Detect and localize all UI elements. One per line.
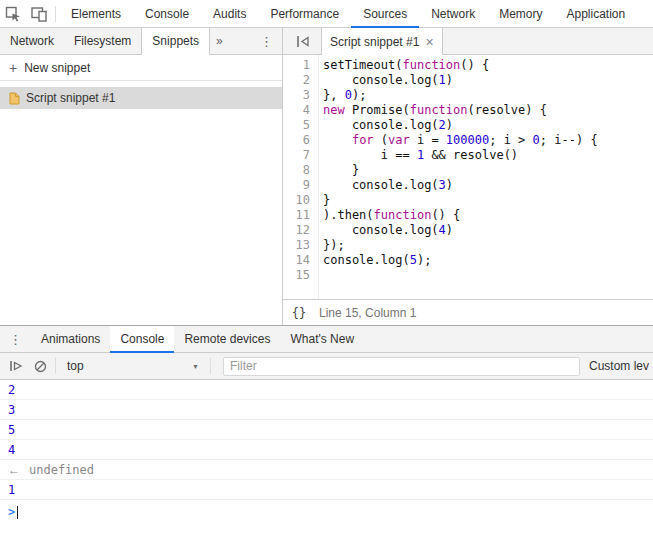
code-line[interactable]: } — [323, 163, 653, 178]
console-prompt[interactable]: > — [0, 500, 653, 521]
plus-icon: + — [9, 60, 17, 76]
console-log-row: 3 — [0, 400, 653, 420]
code-line[interactable]: console.log(4) — [323, 223, 653, 238]
console-message-text: 5 — [8, 423, 15, 437]
code-line[interactable]: console.log(5); — [323, 253, 653, 268]
code-line[interactable]: console.log(2) — [323, 118, 653, 133]
pretty-print-icon[interactable]: {} — [287, 306, 311, 320]
new-snippet-button[interactable]: + New snippet — [0, 55, 282, 81]
code-line[interactable]: console.log(3) — [323, 178, 653, 193]
sources-panel: + New snippet Script snippet #1 12345678… — [0, 55, 653, 325]
code-line[interactable]: i == 1 && resolve() — [323, 148, 653, 163]
clear-console-icon[interactable] — [28, 354, 52, 378]
result-arrow-icon: ← — [8, 463, 20, 477]
code-line[interactable]: console.log(1) — [323, 73, 653, 88]
code-line[interactable]: }, 0); — [323, 88, 653, 103]
line-number: 10 — [283, 193, 310, 208]
code-editor[interactable]: 123456789101112131415 setTimeout(functio… — [283, 55, 653, 299]
toolbar-divider — [210, 358, 211, 374]
drawer-tab-console[interactable]: Console — [110, 326, 174, 353]
drawer-tab-remote-devices[interactable]: Remote devices — [174, 326, 280, 353]
line-number: 5 — [283, 118, 310, 133]
editor-status-bar: {} Line 15, Column 1 — [283, 299, 653, 325]
editor-code[interactable]: setTimeout(function() { console.log(1)},… — [319, 55, 653, 299]
inspect-element-icon[interactable] — [0, 0, 26, 28]
main-tab-network[interactable]: Network — [419, 0, 487, 28]
snippets-navigator: + New snippet Script snippet #1 — [0, 55, 283, 325]
main-tab-audits[interactable]: Audits — [201, 0, 258, 28]
console-message-text: 4 — [8, 443, 15, 457]
drawer-more-options-icon[interactable]: ⋮ — [0, 326, 31, 353]
editor-tab-title: Script snippet #1 — [330, 35, 419, 49]
device-toolbar-icon[interactable] — [26, 0, 52, 28]
main-tabbar: ElementsConsoleAuditsPerformanceSourcesN… — [0, 0, 653, 28]
cursor-position-label: Line 15, Column 1 — [319, 306, 416, 320]
editor-tab-script-snippet[interactable]: Script snippet #1 × — [321, 28, 443, 55]
chevron-down-icon: ▼ — [192, 363, 199, 370]
code-line[interactable]: setTimeout(function() { — [323, 58, 653, 73]
drawer-tabbar: ⋮ AnimationsConsoleRemote devicesWhat's … — [0, 326, 653, 353]
subtab-snippets[interactable]: Snippets — [141, 28, 210, 55]
line-number: 4 — [283, 103, 310, 118]
main-tab-performance[interactable]: Performance — [258, 0, 351, 28]
line-number: 12 — [283, 223, 310, 238]
main-tabs: ElementsConsoleAuditsPerformanceSourcesN… — [59, 0, 637, 28]
line-number: 3 — [283, 88, 310, 103]
editor-tabbar: Script snippet #1 × — [283, 28, 653, 55]
sources-subtabs: NetworkFilesystemSnippets — [0, 28, 210, 55]
console-message-text: 3 — [8, 403, 15, 417]
console-result-row: ←undefined — [0, 460, 653, 480]
main-tab-console[interactable]: Console — [133, 0, 201, 28]
code-line[interactable]: new Promise(function(resolve) { — [323, 103, 653, 118]
code-line[interactable] — [323, 268, 653, 283]
code-line[interactable]: } — [323, 193, 653, 208]
drawer: ⋮ AnimationsConsoleRemote devicesWhat's … — [0, 325, 653, 555]
line-number: 7 — [283, 148, 310, 163]
subtab-filesystem[interactable]: Filesystem — [64, 28, 141, 55]
line-number: 8 — [283, 163, 310, 178]
drawer-tab-animations[interactable]: Animations — [31, 326, 110, 353]
main-tab-elements[interactable]: Elements — [59, 0, 133, 28]
sources-subbar: NetworkFilesystemSnippets » ⋮ Script sni… — [0, 28, 653, 55]
code-line[interactable]: ).then(function() { — [323, 208, 653, 223]
subtab-network[interactable]: Network — [0, 28, 64, 55]
main-tab-sources[interactable]: Sources — [351, 0, 419, 28]
console-message-text: 2 — [8, 383, 15, 397]
editor-gutter: 123456789101112131415 — [283, 55, 319, 299]
context-selector-value: top — [67, 359, 84, 373]
console-message-text: 1 — [8, 483, 15, 497]
line-number: 11 — [283, 208, 310, 223]
toolbar-divider — [55, 6, 56, 22]
devtools-window: ElementsConsoleAuditsPerformanceSourcesN… — [0, 0, 653, 555]
snippet-name: Script snippet #1 — [26, 91, 115, 105]
toggle-navigator-sidebar-icon[interactable] — [291, 30, 315, 54]
snippet-file-icon — [9, 92, 20, 105]
navigator-more-options-icon[interactable]: ⋮ — [251, 28, 282, 55]
console-output[interactable]: 2354←undefined1> — [0, 380, 653, 555]
close-tab-icon[interactable]: × — [425, 35, 433, 49]
custom-levels-dropdown[interactable]: Custom lev — [589, 359, 649, 373]
text-caret — [17, 506, 18, 519]
line-number: 9 — [283, 178, 310, 193]
execution-context-selector[interactable]: top ▼ — [59, 359, 207, 373]
code-line[interactable]: for (var i = 100000; i > 0; i--) { — [323, 133, 653, 148]
navigator-tabbar: NetworkFilesystemSnippets » ⋮ — [0, 28, 283, 55]
show-console-sidebar-icon[interactable] — [4, 354, 28, 378]
line-number: 13 — [283, 238, 310, 253]
drawer-tab-what-s-new[interactable]: What's New — [280, 326, 364, 353]
line-number: 6 — [283, 133, 310, 148]
console-log-row: 5 — [0, 420, 653, 440]
console-filter-input[interactable] — [223, 357, 580, 376]
code-line[interactable]: }); — [323, 238, 653, 253]
console-log-row: 2 — [0, 380, 653, 400]
more-tabs-icon[interactable]: » — [210, 28, 229, 55]
main-tab-application[interactable]: Application — [555, 0, 638, 28]
main-tab-memory[interactable]: Memory — [487, 0, 554, 28]
line-number: 14 — [283, 253, 310, 268]
console-message-text: undefined — [29, 463, 94, 477]
toolbar-divider — [55, 358, 56, 374]
console-message-text: > — [8, 505, 15, 519]
snippet-list-item-selected[interactable]: Script snippet #1 — [0, 87, 282, 109]
console-toolbar: top ▼ Custom lev — [0, 353, 653, 380]
line-number: 2 — [283, 73, 310, 88]
